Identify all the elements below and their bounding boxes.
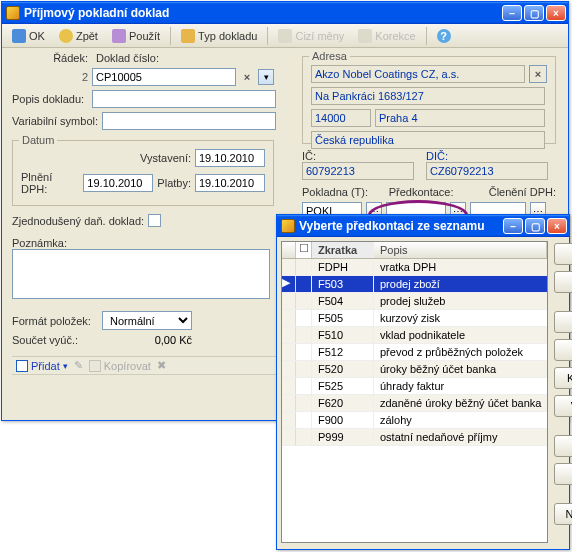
maximize-button[interactable]: ▢ (524, 5, 544, 21)
varsym-input[interactable] (102, 112, 276, 130)
issued-input[interactable] (195, 149, 265, 167)
row-desc: vratka DPH (374, 259, 547, 275)
plus-icon (16, 360, 28, 372)
grid-row[interactable]: F512převod z průběžných položek (282, 344, 547, 361)
picker-titlebar: Vyberte předkontaci ze seznamu – ▢ × (277, 215, 569, 237)
row-desc: prodej zboží (374, 276, 547, 292)
grid-row[interactable]: P999ostatní nedaňové příjmy (282, 429, 547, 446)
ok-button[interactable]: OK (6, 26, 51, 46)
col-zkratka[interactable]: Zkratka (312, 242, 374, 258)
currency-button[interactable]: Cizí měny (272, 26, 350, 46)
row-checkbox[interactable] (296, 344, 312, 360)
row-handle (282, 293, 296, 309)
row-handle (282, 327, 296, 343)
docdesc-input[interactable] (92, 90, 276, 108)
grid-row[interactable]: F504prodej služeb (282, 293, 547, 310)
row-checkbox[interactable] (296, 293, 312, 309)
row-checkbox[interactable] (296, 429, 312, 445)
picker-action-button[interactable]: Akce (554, 435, 572, 457)
picker-copy-button[interactable]: Kopírovat (554, 367, 572, 389)
grid-row[interactable]: F520úroky běžný účet banka (282, 361, 547, 378)
row-desc: úhrady faktur (374, 378, 547, 394)
row-checkbox[interactable] (296, 276, 312, 292)
picker-help-button[interactable]: Nápověda (554, 503, 572, 525)
row-checkbox[interactable] (296, 395, 312, 411)
grid-row[interactable]: F900zálohy (282, 412, 547, 429)
back-button[interactable]: Zpět (53, 26, 104, 46)
row-code: FDPH (312, 259, 374, 275)
add-item-button[interactable]: Přidat ▾ (16, 360, 68, 372)
docno-input[interactable] (92, 68, 236, 86)
row-checkbox[interactable] (296, 361, 312, 377)
sum-value: 0,00 Kč (102, 334, 192, 346)
doctype-button[interactable]: Typ dokladu (175, 26, 263, 46)
payment-label: Platby: (157, 177, 191, 189)
payment-input[interactable] (195, 174, 265, 192)
close-button[interactable]: × (546, 5, 566, 21)
vatdate-label: Plnění DPH: (21, 171, 79, 195)
picker-cut-button[interactable]: Vyjmout (554, 395, 572, 417)
copy-item-button: Kopírovat (89, 360, 151, 372)
copy-icon (89, 360, 101, 372)
col-popis[interactable]: Popis (374, 242, 547, 258)
correction-button[interactable]: Korekce (352, 26, 421, 46)
correction-icon (358, 29, 372, 43)
row-checkbox[interactable] (296, 378, 312, 394)
picker-edit-button[interactable]: Opravit (554, 311, 572, 333)
grid-row[interactable]: F620zdaněné úroky běžný účet banka (282, 395, 547, 412)
note-textarea[interactable] (12, 249, 270, 299)
picker-close-button[interactable]: × (547, 218, 567, 234)
grid-row[interactable]: F510vklad podnikatele (282, 327, 547, 344)
row-code: F505 (312, 310, 374, 326)
predkontace-grid[interactable]: ☐ Zkratka Popis FDPHvratka DPH▶F503prode… (281, 241, 548, 543)
itemformat-select[interactable]: Normální (102, 311, 192, 330)
grid-row[interactable]: F525úhrady faktur (282, 378, 547, 395)
minimize-button[interactable]: – (502, 5, 522, 21)
addr-name-input[interactable] (311, 65, 525, 83)
docno-drop-icon[interactable]: ▾ (258, 69, 274, 85)
row-handle (282, 310, 296, 326)
row-checkbox[interactable] (296, 259, 312, 275)
grid-row[interactable]: F505kurzový zisk (282, 310, 547, 327)
itemformat-label: Formát položek: (12, 315, 98, 327)
dic-label: DIČ: (426, 150, 556, 162)
grid-row[interactable]: FDPHvratka DPH (282, 259, 547, 276)
row-desc: kurzový zisk (374, 310, 547, 326)
ic-input[interactable] (302, 162, 414, 180)
row-checkbox[interactable] (296, 310, 312, 326)
undo-icon (59, 29, 73, 43)
vatdate-input[interactable] (83, 174, 153, 192)
help-icon: ? (437, 29, 451, 43)
picker-maximize-button[interactable]: ▢ (525, 218, 545, 234)
picker-ok-button[interactable]: OK (554, 243, 572, 265)
addr-street-input (311, 87, 545, 105)
picker-add-button[interactable]: Přidat (554, 339, 572, 361)
row-handle (282, 412, 296, 428)
picker-minimize-button[interactable]: – (503, 218, 523, 234)
separator (426, 27, 427, 45)
help-button[interactable]: ? (431, 26, 457, 46)
apply-button[interactable]: Použít (106, 26, 166, 46)
dic-input[interactable] (426, 162, 548, 180)
picker-print-button[interactable]: Tisk (554, 463, 572, 485)
issued-label: Vystavení: (140, 152, 191, 164)
row-code: F525 (312, 378, 374, 394)
row-handle (282, 378, 296, 394)
simpledoc-checkbox[interactable] (148, 214, 161, 227)
picker-close-btn[interactable]: Zavřít (554, 271, 572, 293)
edit-item-icon: ✎ (74, 359, 83, 372)
row-handle (282, 395, 296, 411)
row-checkbox[interactable] (296, 327, 312, 343)
row-code: F504 (312, 293, 374, 309)
row-desc: úroky běžný účet banka (374, 361, 547, 377)
register-label: Pokladna (T): (302, 186, 368, 198)
addr-city-input (375, 109, 545, 127)
chevron-down-icon: ▾ (63, 361, 68, 371)
grid-check-col[interactable]: ☐ (296, 242, 312, 258)
row-checkbox[interactable] (296, 412, 312, 428)
apply-icon (112, 29, 126, 43)
row-handle (282, 344, 296, 360)
docno-clear-icon[interactable]: × (240, 69, 254, 85)
addr-clear-icon[interactable]: × (529, 65, 547, 83)
grid-row[interactable]: ▶F503prodej zboží (282, 276, 547, 293)
